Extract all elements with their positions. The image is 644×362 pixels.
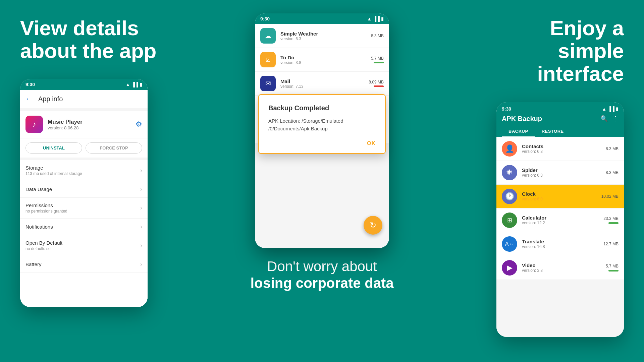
gear-icon[interactable]: ⚙ xyxy=(136,120,142,129)
dialog-message: APK Location: /Storage/Emulated /0/Docum… xyxy=(268,117,376,132)
size-bar xyxy=(374,62,384,63)
wifi-icon-center: ▲ xyxy=(367,16,372,21)
app-name-block: Music Player version: 8.06.28 xyxy=(48,119,131,130)
music-player-icon: ♪ xyxy=(25,116,43,133)
phone-content-left: ← App info ♪ Music Player version: 8.06.… xyxy=(20,90,148,307)
action-buttons: UNINSTAL FORCE STOP xyxy=(20,138,148,158)
settings-item-notifications[interactable]: Notifications › xyxy=(20,219,148,235)
center-phone-wrapper: 9:30 ▲ ▐▐ ▮ ☁ Simple Weather version: 6.… xyxy=(255,7,389,248)
size-bar xyxy=(608,270,619,272)
calculator-icon: ⊞ xyxy=(502,213,517,228)
size-bar xyxy=(608,222,619,224)
apk-backup-title: APK Backup xyxy=(502,115,542,123)
right-section: Enjoy a simple interface 9:30 ▲ ▐▐ ▮ APK… xyxy=(456,0,644,362)
battery-icon: ▮ xyxy=(140,82,142,87)
right-app-list: 👤 Contacts version: 6.3 8.3 MB 🕷 Spider … xyxy=(496,137,624,337)
app-info-title: App info xyxy=(38,95,63,103)
spider-icon: 🕷 xyxy=(502,165,517,180)
left-section: View details about the app 9:30 ▲ ▐▐ ▮ ←… xyxy=(0,0,188,362)
list-item[interactable]: 🕷 Spider version: 6.3 8.3 MB xyxy=(496,161,624,185)
status-bar-right: 9:30 ▲ ▐▐ ▮ xyxy=(502,105,619,113)
chevron-right-icon: › xyxy=(140,204,142,212)
app-version-text: version: 8.06.28 xyxy=(48,125,131,130)
center-section: 9:30 ▲ ▐▐ ▮ ☁ Simple Weather version: 6.… xyxy=(188,0,456,362)
status-icons-left: ▲ ▐▐ ▮ xyxy=(125,82,142,87)
right-title-bar: APK Backup 🔍 ⋮ xyxy=(502,113,619,126)
signal-icon: ▐▐ xyxy=(131,82,138,87)
list-item[interactable]: 👤 Contacts version: 6.3 8.3 MB xyxy=(496,137,624,161)
settings-item-battery[interactable]: Battery › xyxy=(20,256,148,273)
status-time-right: 9:30 xyxy=(502,106,511,112)
tab-backup[interactable]: BACKUP xyxy=(502,126,535,137)
settings-item-storage[interactable]: Storage 113 mb used of internal storage … xyxy=(20,160,148,181)
chevron-right-icon: › xyxy=(140,167,142,174)
list-item[interactable]: ☑ To Do version: 3.8 5.7 MB xyxy=(255,48,389,72)
wifi-icon: ▲ xyxy=(125,82,130,87)
action-icons: 🔍 ⋮ xyxy=(600,115,619,122)
uninstall-button[interactable]: UNINSTAL xyxy=(25,142,82,154)
center-bottom-text: Don't worry about losing corporate data xyxy=(250,258,393,292)
signal-icon-right: ▐▐ xyxy=(608,106,614,112)
settings-item-open-by-default[interactable]: Open By Default no defaults set › xyxy=(20,235,148,256)
app-info-header: ← App info xyxy=(20,90,148,108)
translate-icon: A↔ xyxy=(502,236,517,252)
battery-icon-right: ▮ xyxy=(616,106,619,112)
backup-restore-tabs: BACKUP RESTORE xyxy=(502,126,619,137)
chevron-right-icon: › xyxy=(140,186,142,193)
settings-list: Storage 113 mb used of internal storage … xyxy=(20,160,148,307)
left-headline: View details about the app xyxy=(20,17,174,62)
dialog-title: Backup Completed xyxy=(268,104,376,112)
wifi-icon-right: ▲ xyxy=(602,106,606,112)
app-detail-row: ♪ Music Player version: 8.06.28 ⚙ xyxy=(20,111,148,138)
signal-icon-center: ▐▐ xyxy=(373,16,380,21)
status-bar-left: 9:30 ▲ ▐▐ ▮ xyxy=(20,79,148,90)
phone-mockup-right: 9:30 ▲ ▐▐ ▮ APK Backup 🔍 ⋮ BACKUP RESTOR… xyxy=(496,102,624,337)
list-item[interactable]: ☁ Simple Weather version: 6.3 8.3 MB xyxy=(255,24,389,48)
list-item[interactable]: ⊞ Calculator version: 12.2 23.3 MB xyxy=(496,208,624,232)
list-item-selected[interactable]: 🕐 Clock version: 6.0 10.02 MB xyxy=(496,185,624,208)
list-item[interactable]: A↔ Translate version: 16.8 12.7 MB xyxy=(496,232,624,256)
clock-icon: 🕐 xyxy=(502,189,517,204)
status-bar-center: 9:30 ▲ ▐▐ ▮ xyxy=(255,13,389,24)
force-stop-button[interactable]: FORCE STOP xyxy=(86,142,142,154)
status-time-center: 9:30 xyxy=(260,16,270,21)
backup-completed-dialog[interactable]: Backup Completed APK Location: /Storage/… xyxy=(258,94,386,154)
tab-restore[interactable]: RESTORE xyxy=(535,126,571,137)
more-options-icon[interactable]: ⋮ xyxy=(612,115,619,122)
battery-icon-center: ▮ xyxy=(381,16,384,21)
chevron-right-icon: › xyxy=(140,261,142,268)
mail-icon: ✉ xyxy=(260,76,276,91)
list-item[interactable]: ✉ Mail version: 7.13 8.09 MB xyxy=(255,72,389,96)
list-item[interactable]: ▶ Video version: 3.8 5.7 MB xyxy=(496,256,624,280)
settings-item-data-usage[interactable]: Data Usage › xyxy=(20,181,148,198)
fab-button[interactable]: ↻ xyxy=(364,216,382,235)
todo-icon: ☑ xyxy=(260,52,276,67)
chevron-right-icon: › xyxy=(140,223,142,230)
phone-mockup-left: 9:30 ▲ ▐▐ ▮ ← App info ♪ Music Player ve… xyxy=(20,79,148,307)
status-time-left: 9:30 xyxy=(25,82,35,87)
dialog-ok-button[interactable]: OK xyxy=(268,140,376,146)
right-phone-header: 9:30 ▲ ▐▐ ▮ APK Backup 🔍 ⋮ BACKUP RESTOR… xyxy=(496,102,624,137)
weather-icon: ☁ xyxy=(260,28,276,44)
right-headline: Enjoy a simple interface xyxy=(470,17,624,85)
back-arrow[interactable]: ← xyxy=(25,95,33,103)
contacts-icon: 👤 xyxy=(502,141,517,157)
search-icon[interactable]: 🔍 xyxy=(600,115,608,122)
video-icon: ▶ xyxy=(502,260,517,276)
size-bar xyxy=(374,85,384,87)
chevron-right-icon: › xyxy=(140,242,142,249)
settings-item-permissions[interactable]: Permissions no permissions granted › xyxy=(20,198,148,219)
app-name-text: Music Player xyxy=(48,119,131,125)
